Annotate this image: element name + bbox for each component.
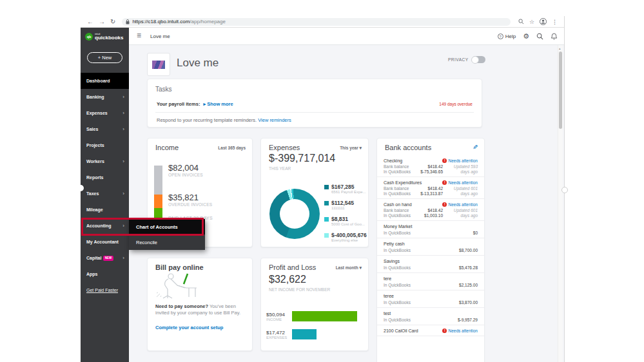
divider [155,112,474,113]
needs-attention-link[interactable]: !Needs attention [442,202,478,207]
overdue-invoices-bar-segment[interactable] [154,195,162,208]
sidebar-item-accounting[interactable]: Accounting› [81,218,129,234]
bank-account-row-caloil-card[interactable]: 2100 CalOil Card !Needs attention [377,325,484,336]
browser-refresh-icon[interactable]: ↻ [110,16,115,28]
profit-loss-card[interactable]: Profit and Loss Last month ▾ $32,622 NET… [260,258,369,351]
expenses-bar[interactable] [292,329,317,339]
account-setup-link[interactable]: Complete your account setup [155,325,223,330]
browser-menu-icon[interactable]: ⋮ [552,19,558,25]
profile-icon[interactable] [540,18,547,25]
scrollbar-thumb[interactable] [559,52,562,129]
gear-icon[interactable]: ⚙ [523,32,529,41]
bank-account-row-test[interactable]: test In QuickBooks$-9,957.29 [377,308,484,325]
open-invoices-label: OPEN INVOICES [168,173,203,177]
sidebar-item-reports[interactable]: Reports [81,169,129,186]
browser-back-icon[interactable]: ← [87,16,93,28]
bank-account-row-teree[interactable]: teree In QuickBooks$3,870.00 [377,291,484,308]
quickbooks-wordmark: quickbooks [95,35,123,41]
needs-attention-link[interactable]: !Needs attention [442,180,478,185]
open-invoices-bar-segment[interactable] [154,166,162,195]
show-more-link[interactable]: ▸ Show more [203,101,233,107]
notifications-bell-icon[interactable] [551,33,558,41]
bank-account-row-cash-on-hand[interactable]: Cash on hand !Needs attention Bank balan… [377,199,484,221]
privacy-label: PRIVACY [448,57,469,62]
sidebar-item-apps[interactable]: Apps [81,266,129,282]
address-bar[interactable]: https://c18.qbo.intuit.com/app/homepage [122,18,511,26]
bank-accounts-list: Checking !Needs attention Bank balance$4… [377,155,484,336]
expenses-donut-chart[interactable] [269,189,320,239]
browser-toolbar: ← → ↻ https://c18.qbo.intuit.com/app/hom… [81,16,564,28]
income-bar-value: $50,094 [266,312,291,318]
menu-item-chart-of-accounts[interactable]: Chart of Accounts [129,219,205,234]
bookmark-star-icon[interactable]: ☆ [529,19,534,25]
lock-icon [126,19,130,24]
bank-account-row-cash-expenditures[interactable]: Cash Expenditures !Needs attention Bank … [377,177,484,199]
income-period: Last 365 days [218,146,246,150]
bank-accounts-title: Bank accounts [385,144,431,151]
hamburger-menu-icon[interactable]: ≡ [137,31,141,40]
content-scrollbar[interactable]: ▴ [558,45,563,362]
quickbooks-logo[interactable]: qb intuit quickbooks [81,28,129,45]
legend-item[interactable]: $112,5451111111 [324,200,367,210]
toggle-knob [471,56,479,64]
edit-pencil-icon[interactable]: ✎ [473,144,478,151]
bank-account-row-savings[interactable]: Savings In QuickBooks$5,476.28 [377,256,484,273]
expenses-total-label: THIS YEAR [269,166,291,171]
income-bar[interactable] [292,311,357,321]
view-reminders-link[interactable]: View reminders [258,117,291,123]
needs-attention-link[interactable]: !Needs attention [442,158,478,163]
scroll-up-arrow[interactable]: ▴ [559,46,561,50]
bank-account-row-tere[interactable]: tere In QuickBooks$2,125.00 [377,273,484,291]
caret-down-icon: ▾ [359,265,362,270]
sidebar-item-taxes[interactable]: Taxes› [81,186,129,202]
legend-swatch [324,233,329,238]
expenses-legend: $167,2856561 Payroll Expe... $112,545111… [324,184,367,247]
bank-account-row-petty-cash[interactable]: Petty cash In QuickBooks$8,700.00 [377,238,484,256]
needs-attention-link[interactable]: !Needs attention [442,329,478,333]
url-path: /app/homepage [190,19,226,24]
sidebar-item-get-paid-faster[interactable]: Get Paid Faster [81,282,129,298]
sidebar-item-projects[interactable]: Projects [81,137,129,153]
sidebar-item-my-accountant[interactable]: My Accountant [81,234,129,250]
profit-loss-period-dropdown[interactable]: Last month ▾ [336,265,362,271]
accounting-flyout-menu: Chart of Accounts Reconcile [129,219,205,250]
alert-icon: ! [442,329,447,333]
legend-swatch [324,201,329,205]
chevron-right-icon: › [122,94,124,100]
expenses-period-dropdown[interactable]: This year ▾ [340,146,362,151]
overdue-invoices-label: OVERDUE INVOICES [168,202,212,207]
sidebar-item-sales[interactable]: Sales› [81,121,129,137]
sidebar-item-mileage[interactable]: Mileage [81,202,129,218]
caret-down-icon: ▾ [359,146,362,150]
legend-item[interactable]: $8,8315000 Cost of Goo... [324,216,367,226]
browser-forward-icon[interactable]: → [99,16,105,28]
side-panel-handle[interactable] [561,187,568,193]
arrow-right-icon: ▸ [203,101,206,107]
bank-account-row-money-market[interactable]: Money Market In QuickBooks$0 [377,221,484,238]
income-title: Income [155,144,179,151]
expenses-card[interactable]: Expenses This year ▾ $-399,717,014 THIS … [260,138,369,247]
app-header: qb intuit quickbooks ≡ Love me ? Help ⚙ [81,28,564,45]
legend-item[interactable]: $167,2856561 Payroll Expe... [324,184,367,194]
legend-swatch [324,217,329,222]
privacy-toggle[interactable] [472,56,485,63]
sidebar-item-expenses[interactable]: Expenses› [81,105,129,121]
bank-account-row-checking[interactable]: Checking !Needs attention Bank balance$4… [377,155,484,177]
help-button[interactable]: ? Help [498,33,516,39]
alert-icon: ! [442,202,447,207]
browser-search-icon[interactable] [518,19,524,24]
search-icon[interactable] [536,33,543,40]
company-avatar[interactable] [147,53,170,76]
sidebar-item-workers[interactable]: Workers› [81,153,129,169]
sidebar-nav: + New Dashboard Banking› Expenses› Sales… [81,45,129,362]
page-title: Love me [177,57,219,70]
sidebar-item-capital[interactable]: CapitalNEW› [81,250,129,266]
new-button[interactable]: + New [87,52,122,63]
menu-item-reconcile[interactable]: Reconcile [129,234,205,250]
legend-item[interactable]: $-400,005,676Everything else [324,232,367,242]
quickbooks-app: qb intuit quickbooks ≡ Love me ? Help ⚙ … [81,28,564,362]
sidebar-item-banking[interactable]: Banking› [81,89,129,105]
alert-icon: ! [442,180,447,185]
sidebar-item-dashboard[interactable]: Dashboard [81,73,129,89]
alert-icon: ! [442,158,447,163]
